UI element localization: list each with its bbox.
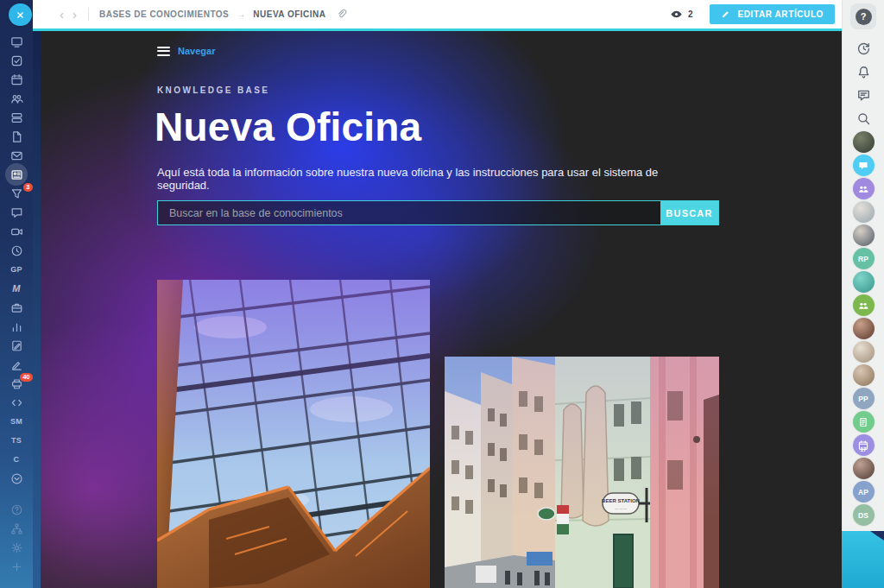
sidebar-item-label: GP (10, 265, 22, 274)
sidebar-item-sm-chat[interactable]: SM (3, 412, 29, 431)
corner-fold (870, 531, 884, 541)
copy-link-icon[interactable] (336, 9, 347, 20)
notifications-button[interactable] (856, 60, 871, 84)
chat-icon-avatar (853, 294, 875, 316)
close-panel-button[interactable] (9, 3, 32, 26)
sidebar-item-video[interactable] (3, 222, 29, 241)
recent-avatar-4[interactable] (853, 270, 875, 294)
chat-icon-avatar (853, 155, 875, 176)
bottom-right-widget[interactable] (842, 531, 884, 588)
recent-avatar-8[interactable] (853, 457, 875, 480)
search-icon (856, 111, 871, 126)
time-icon (10, 244, 23, 257)
sidebar-item-c-chat[interactable]: C (3, 450, 29, 469)
sidebar-item-signature[interactable] (3, 355, 29, 374)
developer-icon (10, 396, 23, 409)
kb-kicker: KNOWLEDGE BASE (157, 85, 269, 95)
sidebar-item-devices[interactable]: 40 (3, 374, 29, 393)
recent-initials-pp[interactable]: PP (853, 387, 875, 410)
sidebar-item-employees[interactable] (3, 89, 29, 108)
chat-icon-avatar (853, 411, 875, 433)
sidebar-item-settings[interactable] (3, 538, 29, 557)
close-icon (15, 9, 26, 21)
calendar-day-number: 17 (853, 446, 875, 452)
left-sidebar: 3GPM40SMTSC (0, 0, 33, 588)
recent-group-green[interactable] (853, 294, 875, 317)
sidebar-item-drive[interactable] (3, 108, 29, 127)
sidebar-item-sign[interactable] (3, 336, 29, 355)
breadcrumb-current[interactable]: NUEVA OFICINA (253, 9, 325, 19)
kb-search-button[interactable]: BUSCAR (660, 201, 718, 224)
history-forward-icon[interactable]: › (68, 8, 81, 21)
topbar-divider (88, 8, 89, 21)
history-button[interactable] (856, 37, 871, 60)
recent-avatar-5[interactable] (853, 317, 875, 340)
sidebar-item-developer[interactable] (3, 393, 29, 412)
sidebar-item-label: M (12, 283, 20, 294)
sidebar-item-messenger[interactable] (3, 203, 29, 222)
panel-left-gap (33, 31, 41, 588)
recent-avatar-7[interactable] (853, 364, 875, 387)
search-button[interactable] (856, 107, 871, 130)
chat-icon-avatar: 17 (853, 434, 875, 456)
recent-doc-chat[interactable] (853, 410, 875, 433)
sidebar-item-collapse[interactable] (3, 469, 29, 488)
recent-chat-general[interactable] (853, 154, 875, 177)
recent-initials-ap[interactable]: AP (853, 480, 875, 503)
desktop-icon (10, 35, 23, 48)
page-description: Aquí está toda la información sobre nues… (157, 166, 710, 192)
breadcrumb: BASES DE CONOCIMIENTOS → NUEVA OFICINA (99, 9, 347, 20)
sidebar-item-gp-chat[interactable]: GP (3, 260, 29, 279)
navigate-label: Navegar (178, 46, 215, 56)
sidebar-item-label: SM (10, 417, 22, 426)
edit-article-button[interactable]: EDITAR ARTÍCULO (710, 4, 835, 24)
sidebar-item-add[interactable] (3, 557, 29, 576)
topbar-actions: 2 EDITAR ARTÍCULO (670, 4, 835, 24)
recent-initials-rp[interactable]: RP (853, 247, 875, 270)
sidebar-item-mail[interactable] (3, 146, 29, 165)
article-panel: Navegar KNOWLEDGE BASE Nueva Oficina Aqu… (41, 31, 842, 588)
sidebar-item-tasks[interactable] (3, 51, 29, 70)
sidebar-item-company[interactable] (3, 298, 29, 317)
messenger-icon (10, 206, 23, 219)
initials-avatar: DS (853, 504, 875, 526)
recent-avatar-6[interactable] (853, 340, 875, 364)
tasks-icon (10, 54, 23, 67)
question-mark-icon: ? (856, 9, 872, 25)
recent-initials-ds[interactable]: DS (853, 503, 875, 527)
documents-icon (10, 130, 23, 143)
sidebar-item-sitemap[interactable] (3, 519, 29, 538)
search-input[interactable] (158, 201, 660, 224)
pencil-icon (721, 9, 730, 19)
sidebar-item-desktop[interactable] (3, 32, 29, 51)
kb-searchbar: BUSCAR (157, 200, 719, 225)
crm-funnel-icon (10, 187, 23, 200)
gear-icon (10, 541, 23, 554)
recent-avatar-3[interactable] (853, 224, 875, 247)
helpdesk-button[interactable]: ? (850, 3, 876, 29)
recent-avatar-2[interactable] (853, 200, 875, 224)
sidebar-item-analytics[interactable] (3, 317, 29, 336)
recent-group-purple[interactable] (853, 177, 875, 200)
sidebar-item-calendar[interactable] (3, 70, 29, 89)
recent-avatar-1[interactable] (853, 130, 875, 154)
analytics-icon (10, 320, 23, 333)
panel-top-border (33, 28, 842, 31)
recent-calendar-chat[interactable]: 17 (853, 433, 875, 457)
kb-navigate-button[interactable]: Navegar (157, 44, 215, 58)
breadcrumb-parent[interactable]: BASES DE CONOCIMIENTOS (99, 9, 229, 19)
sidebar-item-help[interactable] (3, 500, 29, 519)
bell-icon (856, 65, 871, 79)
sidebar-item-time[interactable] (3, 241, 29, 260)
sidebar-item-knowledge-base[interactable] (3, 165, 29, 184)
sidebar-item-documents[interactable] (3, 127, 29, 146)
sidebar-item-label: C (14, 455, 20, 464)
article-photo-street: BEER STATION — — — (445, 357, 719, 588)
sidebar-item-marketing[interactable]: M (3, 279, 29, 298)
sidebar-item-ts-chat[interactable]: TS (3, 431, 29, 450)
avatar (853, 201, 875, 223)
calendar-icon (10, 73, 23, 86)
messenger-button[interactable] (856, 84, 871, 107)
history-back-icon[interactable]: ‹ (55, 8, 68, 21)
sidebar-item-crm[interactable]: 3 (3, 184, 29, 203)
